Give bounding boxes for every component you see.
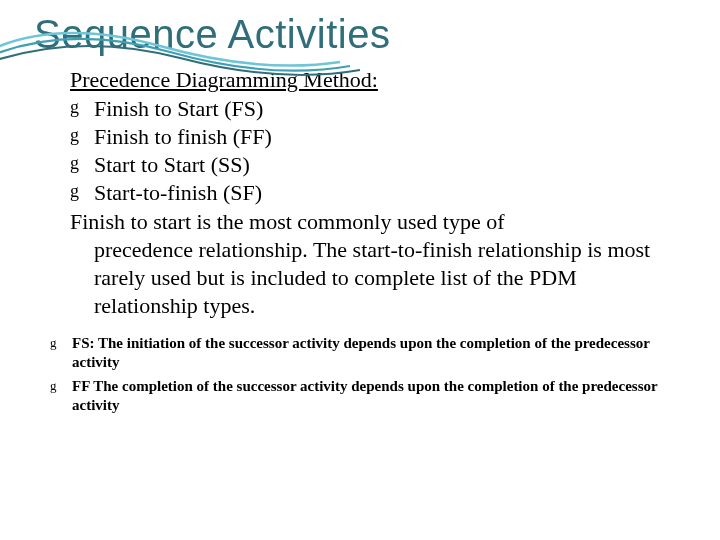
footnote-item: g FS: The initiation of the successor ac… [50,334,676,372]
subheading: Precedence Diagramming Method: [70,67,676,93]
bullet-text: Finish to Start (FS) [94,95,676,123]
swirl-bullet-icon: g [70,151,94,176]
swirl-bullet-icon: g [50,334,72,352]
paragraph-first-line: Finish to start is the most commonly use… [70,209,504,234]
bullet-text: Finish to finish (FF) [94,123,676,151]
bullet-text: Start to Start (SS) [94,151,676,179]
bullet-item: g Finish to finish (FF) [70,123,676,151]
swirl-bullet-icon: g [70,123,94,148]
bullet-item: g Finish to Start (FS) [70,95,676,123]
swirl-bullet-icon: g [70,95,94,120]
footnote-item: g FF The completion of the successor act… [50,377,676,415]
paragraph-rest: precedence relationship. The start-to-fi… [70,236,676,320]
footnote-text: FS: The initiation of the successor acti… [72,334,676,372]
bullet-item: g Start-to-finish (SF) [70,179,676,207]
footnote-bullets: g FS: The initiation of the successor ac… [0,320,720,415]
page-title: Sequence Activities [0,0,720,67]
bullet-item: g Start to Start (SS) [70,151,676,179]
swirl-bullet-icon: g [70,179,94,204]
bullet-text: Start-to-finish (SF) [94,179,676,207]
footnote-text: FF The completion of the successor activ… [72,377,676,415]
body-paragraph: Finish to start is the most commonly use… [70,208,676,321]
main-content: Precedence Diagramming Method: g Finish … [0,67,720,320]
swirl-bullet-icon: g [50,377,72,395]
